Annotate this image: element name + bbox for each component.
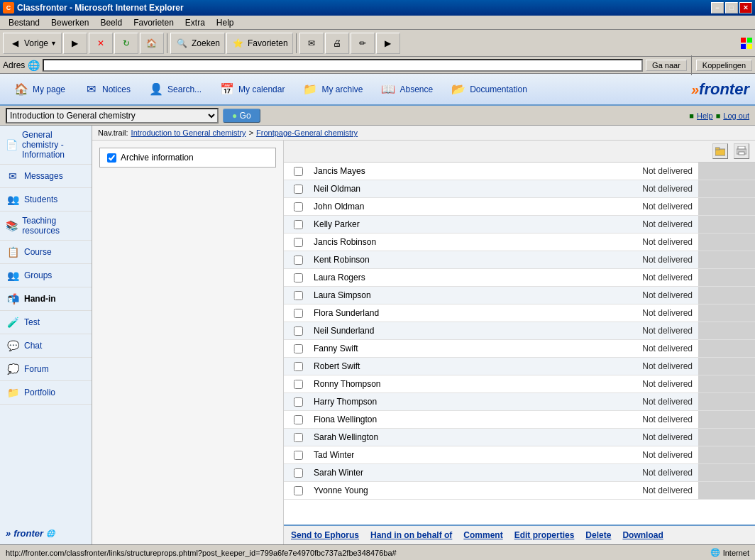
stop-button[interactable]: ✕ [89, 33, 113, 54]
url-input[interactable]: http://fronter.com/classfronter/main.pht… [43, 59, 643, 72]
student-checkbox-7[interactable] [294, 291, 303, 300]
notices-label: Notices [102, 84, 131, 94]
menu-bewerken[interactable]: Bewerken [45, 16, 94, 29]
refresh-button[interactable]: ↻ [114, 33, 138, 54]
sidebar-item-handin[interactable]: 📬 Hand-in [0, 287, 92, 311]
student-checkbox-14[interactable] [294, 415, 303, 424]
student-checkbox-17[interactable] [294, 468, 303, 478]
sidebar-item-label: Messages [24, 171, 63, 181]
student-checkbox-15[interactable] [294, 433, 303, 442]
sidebar-item-students[interactable]: 👥 Students [0, 188, 92, 212]
menu-extra[interactable]: Extra [180, 16, 211, 29]
absence-label: Absence [399, 84, 433, 94]
student-checkbox-4[interactable] [294, 238, 303, 247]
page-icon: 🌐 [28, 60, 40, 71]
status-url: http://fronter.com/classfronter/links/st… [6, 549, 705, 557]
student-checkbox-cell [284, 238, 312, 247]
sidebar-item-portfolio[interactable]: 📁 Portfolio [0, 381, 92, 405]
favorites-button[interactable]: ⭐ Favorieten [226, 33, 293, 54]
folder-icon-btn[interactable] [712, 143, 728, 159]
sidebar-item-groups[interactable]: 👥 Groups [0, 264, 92, 287]
archive-button[interactable]: 📁 My archive [294, 78, 370, 101]
absence-button[interactable]: 📖 Absence [373, 78, 440, 101]
maximize-button[interactable]: □ [725, 2, 738, 13]
help-link[interactable]: Help [697, 111, 713, 120]
student-checkbox-13[interactable] [294, 397, 303, 407]
search-button[interactable]: 🔍 Zoeken [170, 33, 225, 54]
sidebar-item-chemistry[interactable]: 📄 General chemistry - Information [0, 126, 92, 165]
sidebar-item-teaching[interactable]: 📚 Teaching resources [0, 212, 92, 241]
comment-link[interactable]: Comment [463, 530, 502, 540]
student-checkbox-11[interactable] [294, 362, 303, 371]
breadcrumb-course-link[interactable]: Introduction to General chemistry [131, 128, 246, 137]
table-row: Kent Robinson Not delivered [284, 251, 755, 269]
sidebar-item-course[interactable]: 📋 Course [0, 241, 92, 264]
breadcrumb-page-link[interactable]: Frontpage-General chemistry [256, 128, 358, 137]
documentation-button[interactable]: 📂 Documentation [443, 78, 534, 101]
search-nav-button[interactable]: 👤 Search... [140, 78, 209, 101]
calendar-button[interactable]: 📅 My calendar [211, 78, 292, 101]
mail-button[interactable]: ✉ [299, 33, 324, 54]
back-button[interactable]: ◀ Vorige ▼ [3, 33, 62, 54]
menu-favorieten[interactable]: Favorieten [128, 16, 180, 29]
hand-in-on-behalf-of-link[interactable]: Hand in on behalf of [370, 530, 452, 540]
student-checkbox-16[interactable] [294, 451, 303, 460]
main-layout: 📄 General chemistry - Information ✉ Mess… [0, 126, 755, 544]
print-panel-icon-btn[interactable] [734, 143, 749, 159]
logout-link[interactable]: Log out [723, 111, 749, 120]
mypage-icon: 🏠 [13, 81, 30, 98]
edit-properties-link[interactable]: Edit properties [514, 530, 575, 540]
student-name: Kelly Parker [312, 219, 627, 229]
student-checkbox-10[interactable] [294, 344, 303, 353]
student-name: John Oldman [312, 202, 627, 212]
sidebar-item-test[interactable]: 🧪 Test [0, 311, 92, 334]
student-checkbox-9[interactable] [294, 326, 303, 336]
go-course-button[interactable]: ● Go [223, 109, 260, 123]
forum-icon: 💭 [6, 362, 20, 376]
search-nav-icon: 👤 [148, 81, 165, 98]
sidebar-item-messages[interactable]: ✉ Messages [0, 165, 92, 188]
menu-beeld[interactable]: Beeld [94, 16, 128, 29]
student-checkbox-18[interactable] [294, 486, 303, 495]
mypage-button[interactable]: 🏠 My page [6, 78, 72, 101]
media-icon: ▶ [381, 36, 395, 50]
table-row: Laura Rogers Not delivered [284, 269, 755, 287]
menu-help[interactable]: Help [211, 16, 240, 29]
student-checkbox-8[interactable] [294, 309, 303, 318]
split-content: Archive information [92, 141, 755, 544]
sidebar-item-forum[interactable]: 💭 Forum [0, 358, 92, 381]
course-dropdown[interactable]: Introduction to General chemistry Advanc… [6, 108, 219, 123]
delete-link[interactable]: Delete [585, 530, 611, 540]
student-name: Jancis Mayes [312, 166, 627, 176]
svg-rect-1 [747, 38, 752, 43]
minimize-button[interactable]: − [711, 2, 724, 13]
forward-button[interactable]: ▶ [63, 33, 87, 54]
notices-button[interactable]: ✉ Notices [75, 78, 138, 101]
go-button[interactable]: Ga naar [646, 60, 687, 71]
student-action-cell [698, 234, 755, 251]
links-button[interactable]: Koppelingen [696, 60, 752, 71]
student-action-cell [698, 304, 755, 322]
student-checkbox-1[interactable] [294, 185, 303, 194]
media-button[interactable]: ▶ [376, 33, 400, 54]
refresh-icon: ↻ [119, 36, 133, 50]
student-checkbox-12[interactable] [294, 380, 303, 389]
download-link[interactable]: Download [622, 530, 663, 540]
menu-bestand[interactable]: Bestand [3, 16, 45, 29]
student-checkbox-0[interactable] [294, 167, 303, 176]
send-to-ephorus-link[interactable]: Send to Ephorus [291, 530, 359, 540]
archive-checkbox[interactable] [107, 153, 116, 163]
home-button[interactable]: 🏠 [140, 33, 164, 54]
student-checkbox-cell [284, 185, 312, 194]
sidebar-item-chat[interactable]: 💬 Chat [0, 334, 92, 358]
student-name: Fanny Swift [312, 344, 627, 353]
student-checkbox-3[interactable] [294, 220, 303, 229]
close-button[interactable]: ✕ [739, 2, 752, 13]
student-status: Not delivered [627, 379, 698, 389]
student-status: Not delivered [627, 468, 698, 478]
student-checkbox-5[interactable] [294, 256, 303, 265]
print-button[interactable]: 🖨 [325, 33, 349, 54]
student-checkbox-6[interactable] [294, 273, 303, 282]
edit-button[interactable]: ✏ [351, 33, 375, 54]
student-checkbox-2[interactable] [294, 202, 303, 212]
